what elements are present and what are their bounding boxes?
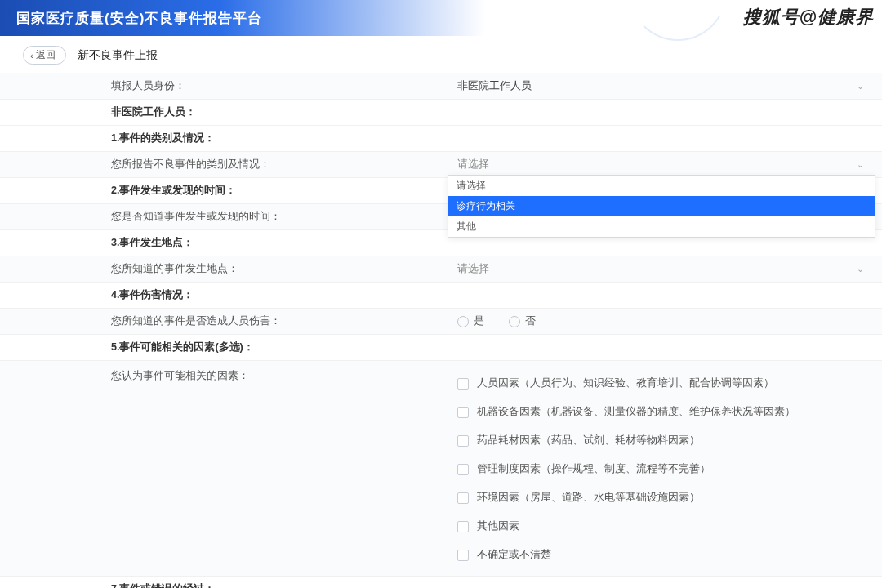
section-1-header: 1.事件的类别及情况： xyxy=(0,126,882,152)
section-4-header: 4.事件伤害情况： xyxy=(0,283,882,309)
checkbox-icon xyxy=(457,521,469,532)
factor-checkbox-other[interactable]: 其他因素 xyxy=(457,512,864,541)
event-category-placeholder: 请选择 xyxy=(457,158,857,172)
event-location-select[interactable]: 请选择 ⌄ xyxy=(448,256,882,283)
header-decoration xyxy=(629,0,727,41)
checkbox-icon xyxy=(457,378,469,390)
reporter-identity-value: 非医院工作人员 xyxy=(457,79,857,93)
back-label: 返回 xyxy=(36,48,56,62)
factor-checkbox-unknown[interactable]: 不确定或不清楚 xyxy=(457,541,864,569)
event-harm-radio-group: 是 否 xyxy=(457,314,536,328)
dropdown-option-highlighted[interactable]: 诊疗行为相关 xyxy=(448,196,875,216)
chevron-left-icon: ‹ xyxy=(30,51,33,60)
event-category-label: 您所报告不良事件的类别及情况： xyxy=(0,152,448,178)
breadcrumb-bar: ‹ 返回 新不良事件上报 xyxy=(0,36,882,74)
chevron-down-icon: ⌄ xyxy=(857,264,864,274)
section-2-title: 2.事件发生或发现的时间： xyxy=(0,178,448,204)
section-7-title: 7.事件或错误的经过： xyxy=(0,577,448,588)
form: 填报人员身份： 非医院工作人员 ⌄ 非医院工作人员： 1.事件的类别及情况： 您… xyxy=(0,74,882,588)
factor-checkbox-drugs[interactable]: 药品耗材因素（药品、试剂、耗材等物料因素） xyxy=(457,426,864,455)
event-factors-row: 您认为事件可能相关的因素： 人员因素（人员行为、知识经验、教育培训、配合协调等因… xyxy=(0,361,882,577)
event-category-select[interactable]: 请选择 ⌄ 请选择 诊疗行为相关 其他 xyxy=(448,152,882,178)
section-3-title: 3.事件发生地点： xyxy=(0,230,448,256)
factor-checkbox-management[interactable]: 管理制度因素（操作规程、制度、流程等不完善） xyxy=(457,455,864,483)
section-7-header: 7.事件或错误的经过： xyxy=(0,577,882,588)
event-harm-radio-yes[interactable]: 是 xyxy=(457,314,484,328)
event-harm-label: 您所知道的事件是否造成人员伤害： xyxy=(0,309,448,335)
factor-checkbox-personnel[interactable]: 人员因素（人员行为、知识经验、教育培训、配合协调等因素） xyxy=(457,369,864,398)
checkbox-icon xyxy=(457,464,469,475)
event-location-label: 您所知道的事件发生地点： xyxy=(0,256,448,283)
checkbox-icon xyxy=(457,435,469,447)
chevron-down-icon: ⌄ xyxy=(857,159,864,170)
dropdown-option[interactable]: 请选择 xyxy=(448,176,875,196)
reporter-identity-select[interactable]: 非医院工作人员 ⌄ xyxy=(448,74,882,100)
factors-checkbox-list: 人员因素（人员行为、知识经验、教育培训、配合协调等因素） 机器设备因素（机器设备… xyxy=(457,369,864,569)
event-harm-row: 您所知道的事件是否造成人员伤害： 是 否 xyxy=(0,309,882,335)
non-hospital-header-row: 非医院工作人员： xyxy=(0,100,882,126)
reporter-identity-row: 填报人员身份： 非医院工作人员 ⌄ xyxy=(0,74,882,100)
event-time-label: 您是否知道事件发生或发现的时间： xyxy=(0,204,448,230)
section-5-title: 5.事件可能相关的因素(多选)： xyxy=(0,335,448,361)
event-location-row: 您所知道的事件发生地点： 请选择 ⌄ xyxy=(0,256,882,283)
event-harm-value: 是 否 xyxy=(448,309,882,335)
radio-icon xyxy=(457,316,469,327)
section-5-header: 5.事件可能相关的因素(多选)： xyxy=(0,335,882,361)
section-1-title: 1.事件的类别及情况： xyxy=(0,126,448,152)
reporter-identity-label: 填报人员身份： xyxy=(0,74,448,100)
page-title: 新不良事件上报 xyxy=(78,48,158,63)
checkbox-icon xyxy=(457,550,469,561)
non-hospital-header: 非医院工作人员： xyxy=(0,100,448,126)
event-category-dropdown: 请选择 诊疗行为相关 其他 xyxy=(448,175,875,238)
event-factors-label: 您认为事件可能相关的因素： xyxy=(0,361,448,577)
event-factors-value: 人员因素（人员行为、知识经验、教育培训、配合协调等因素） 机器设备因素（机器设备… xyxy=(448,361,882,577)
event-harm-radio-no[interactable]: 否 xyxy=(509,314,536,328)
dropdown-option[interactable]: 其他 xyxy=(448,216,875,237)
event-category-row: 您所报告不良事件的类别及情况： 请选择 ⌄ 请选择 诊疗行为相关 其他 xyxy=(0,152,882,178)
event-location-placeholder: 请选择 xyxy=(457,262,857,276)
radio-icon xyxy=(509,316,520,327)
watermark: 搜狐号@健康界 xyxy=(743,5,874,29)
back-button[interactable]: ‹ 返回 xyxy=(23,46,66,65)
chevron-down-icon: ⌄ xyxy=(857,81,864,91)
checkbox-icon xyxy=(457,407,469,418)
section-4-title: 4.事件伤害情况： xyxy=(0,283,448,309)
factor-checkbox-environment[interactable]: 环境因素（房屋、道路、水电等基础设施因素） xyxy=(457,483,864,512)
factor-checkbox-equipment[interactable]: 机器设备因素（机器设备、测量仪器的精度、维护保养状况等因素） xyxy=(457,398,864,426)
checkbox-icon xyxy=(457,492,469,504)
app-title: 国家医疗质量(安全)不良事件报告平台 xyxy=(16,9,262,28)
